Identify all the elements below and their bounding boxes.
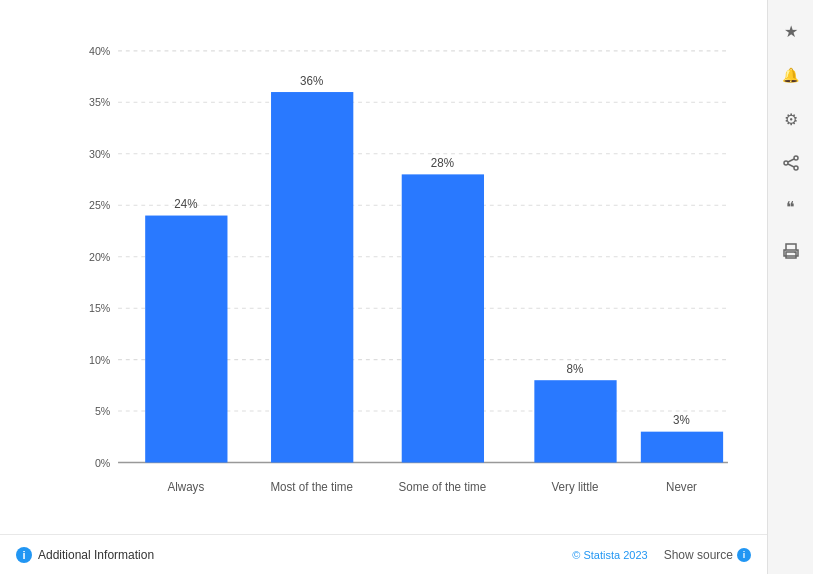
bar-some-of-time — [402, 174, 484, 462]
bell-icon[interactable]: 🔔 — [776, 60, 806, 90]
bar-never — [641, 432, 723, 463]
quote-icon[interactable]: ❝ — [776, 192, 806, 222]
gear-icon[interactable]: ⚙ — [776, 104, 806, 134]
svg-text:Very little: Very little — [551, 480, 598, 494]
svg-line-33 — [788, 164, 794, 167]
chart-area: Share of respondents 0% 5% 10% 15% 20% — [0, 0, 767, 574]
svg-text:36%: 36% — [300, 74, 324, 88]
svg-text:15%: 15% — [89, 302, 111, 314]
svg-text:8%: 8% — [567, 362, 584, 376]
svg-point-30 — [784, 161, 788, 165]
additional-info-label: Additional Information — [38, 548, 154, 562]
svg-line-32 — [788, 159, 794, 162]
show-source-info-icon: i — [737, 548, 751, 562]
print-icon[interactable] — [776, 236, 806, 266]
info-icon: i — [16, 547, 32, 563]
share-icon[interactable] — [776, 148, 806, 178]
star-icon[interactable]: ★ — [776, 16, 806, 46]
svg-text:10%: 10% — [89, 353, 111, 365]
additional-info-button[interactable]: i Additional Information — [16, 547, 154, 563]
svg-text:5%: 5% — [95, 405, 111, 417]
svg-text:30%: 30% — [89, 148, 111, 160]
bar-most-of-time — [271, 92, 353, 463]
bar-chart: Share of respondents 0% 5% 10% 15% 20% — [60, 20, 757, 514]
bottom-right-area: © Statista 2023 Show source i — [572, 548, 751, 562]
svg-point-36 — [794, 252, 796, 254]
svg-text:Most of the time: Most of the time — [270, 480, 353, 494]
svg-text:28%: 28% — [431, 156, 455, 170]
svg-text:25%: 25% — [89, 199, 111, 211]
svg-point-29 — [794, 156, 798, 160]
svg-text:Some of the time: Some of the time — [399, 480, 487, 494]
bar-always — [145, 216, 227, 463]
show-source-button[interactable]: Show source i — [664, 548, 751, 562]
bar-very-little — [534, 380, 616, 462]
statista-credit: © Statista 2023 — [572, 549, 647, 561]
svg-point-31 — [794, 166, 798, 170]
svg-text:3%: 3% — [673, 413, 690, 427]
show-source-label: Show source — [664, 548, 733, 562]
svg-rect-34 — [786, 244, 796, 250]
bottom-bar: i Additional Information © Statista 2023… — [0, 534, 767, 574]
svg-text:20%: 20% — [89, 251, 111, 263]
svg-text:Never: Never — [666, 480, 697, 494]
svg-text:0%: 0% — [95, 456, 111, 468]
sidebar: ★ 🔔 ⚙ ❝ — [767, 0, 813, 574]
svg-text:40%: 40% — [89, 45, 111, 57]
svg-text:35%: 35% — [89, 96, 111, 108]
main-container: Share of respondents 0% 5% 10% 15% 20% — [0, 0, 813, 574]
svg-text:24%: 24% — [174, 197, 198, 211]
svg-text:Always: Always — [167, 480, 204, 494]
